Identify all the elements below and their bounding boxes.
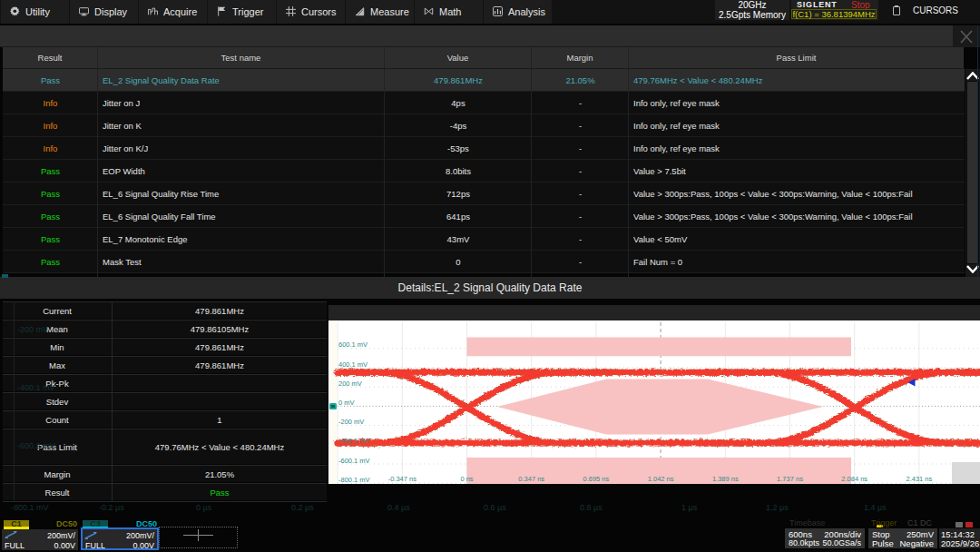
svg-text:600.1 mV: 600.1 mV [338, 340, 368, 349]
svg-text:200 mV: 200 mV [338, 380, 362, 388]
svg-text:0.347 ns: 0.347 ns [518, 475, 544, 483]
svg-text:1.737 ns: 1.737 ns [777, 475, 803, 483]
svg-text:1.389 ns: 1.389 ns [712, 475, 739, 483]
svg-text:400.1 mV: 400.1 mV [338, 360, 368, 369]
svg-text:0.695 ns: 0.695 ns [583, 475, 610, 483]
svg-text:-200 mV: -200 mV [338, 418, 364, 426]
svg-text:-400.1 mV: -400.1 mV [338, 437, 370, 445]
svg-text:-800.1 mV: -800.1 mV [338, 476, 370, 484]
svg-text:-600.1 mV: -600.1 mV [338, 457, 370, 465]
svg-text:-0.347 ns: -0.347 ns [388, 475, 417, 483]
svg-text:2.431 ns: 2.431 ns [906, 475, 933, 483]
svg-text:1.042 ns: 1.042 ns [648, 475, 674, 483]
svg-text:0 mV: 0 mV [338, 399, 355, 407]
svg-text:0 ns: 0 ns [460, 475, 473, 483]
svg-text:2.084 ns: 2.084 ns [841, 475, 867, 483]
